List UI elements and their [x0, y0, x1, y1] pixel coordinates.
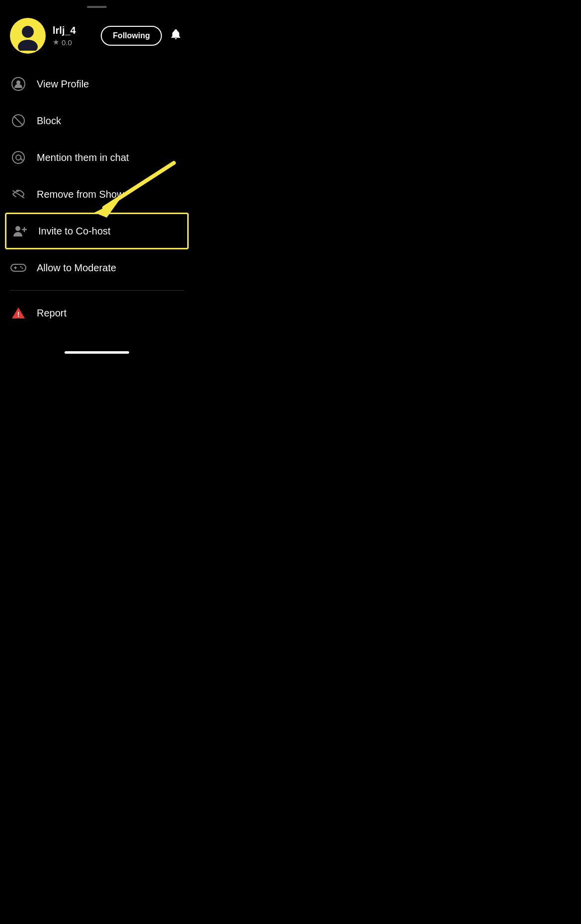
- menu-item-allow-to-moderate[interactable]: Allow to Moderate: [0, 249, 194, 286]
- svg-point-17: [22, 268, 23, 269]
- warning-icon: !: [10, 305, 27, 321]
- menu-item-report[interactable]: ! Report: [0, 295, 194, 331]
- block-label: Block: [37, 115, 61, 127]
- username: lrlj_4: [53, 25, 94, 36]
- report-label: Report: [37, 308, 67, 319]
- menu-item-invite-to-cohost[interactable]: Invite to Co-host: [5, 213, 189, 249]
- remove-from-show-label: Remove from Show: [37, 189, 124, 200]
- home-bar: [65, 351, 129, 354]
- svg-point-1: [18, 40, 38, 51]
- svg-point-7: [16, 155, 21, 160]
- svg-point-10: [15, 226, 20, 231]
- avatar[interactable]: [10, 18, 46, 54]
- svg-point-16: [20, 266, 22, 268]
- svg-point-6: [12, 152, 24, 163]
- menu-list: View Profile Block Mention them in chat: [0, 66, 194, 286]
- star-icon: ★: [53, 38, 59, 47]
- menu-item-mention[interactable]: Mention them in chat: [0, 139, 194, 176]
- bottom-menu-list: ! Report: [0, 295, 194, 331]
- bell-button[interactable]: [168, 26, 184, 45]
- menu-item-block[interactable]: Block: [0, 102, 194, 139]
- cohost-icon: [11, 223, 28, 239]
- rating-value: 0.0: [62, 38, 72, 47]
- menu-divider: [10, 290, 184, 291]
- user-info: lrlj_4 ★ 0.0: [53, 25, 94, 47]
- invite-to-cohost-label: Invite to Co-host: [38, 226, 111, 237]
- following-button[interactable]: Following: [101, 26, 162, 46]
- svg-point-0: [22, 26, 34, 38]
- svg-rect-13: [11, 264, 26, 271]
- user-header: lrlj_4 ★ 0.0 Following: [0, 18, 194, 66]
- drag-handle: [87, 6, 107, 8]
- menu-item-view-profile[interactable]: View Profile: [0, 66, 194, 102]
- rating: ★ 0.0: [53, 38, 94, 47]
- mention-icon: [10, 149, 27, 166]
- menu-item-remove-from-show[interactable]: Remove from Show: [0, 176, 194, 213]
- view-profile-label: View Profile: [37, 78, 89, 90]
- svg-text:!: !: [17, 310, 20, 318]
- block-icon: [10, 112, 27, 129]
- gamepad-icon: [10, 259, 27, 276]
- svg-point-3: [16, 80, 20, 84]
- allow-to-moderate-label: Allow to Moderate: [37, 262, 116, 274]
- mention-label: Mention them in chat: [37, 152, 129, 163]
- svg-line-5: [14, 116, 23, 125]
- hide-icon: [10, 186, 27, 203]
- header-actions: Following: [101, 26, 184, 46]
- profile-icon: [10, 76, 27, 92]
